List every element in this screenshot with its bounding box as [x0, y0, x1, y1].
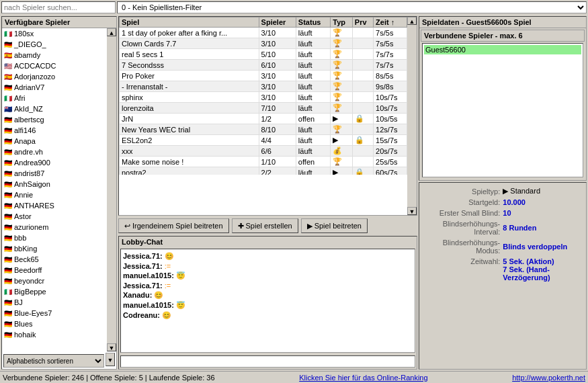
status-cell: offen — [296, 157, 330, 167]
spectate-button[interactable]: ▶ Spiel beitreten — [301, 218, 368, 233]
game-name-cell: - Irrenanstalt - — [120, 81, 259, 92]
zeitwahl-label: Zeitwahl: — [422, 256, 501, 283]
player-name: AkId_NZ — [14, 105, 43, 113]
table-row[interactable]: xxx6/6läuft💰20s/7s — [120, 146, 407, 157]
list-item[interactable]: 🇩🇪ANTHARES — [2, 200, 107, 211]
chat-input[interactable] — [120, 355, 415, 368]
info-row-interval: Blindserhöhungs- Interval: 8 Runden — [422, 218, 583, 237]
game-name-cell: xxx — [120, 146, 259, 157]
list-item[interactable]: 🇩🇪beyondcr — [2, 275, 107, 286]
table-row[interactable]: Pro Poker3/10läuft🏆8s/5s — [120, 71, 407, 81]
join-random-button[interactable]: ↩ Irgendeinem Spiel beitreten — [118, 218, 229, 233]
list-item[interactable]: 🇩🇪Beedorff — [2, 265, 107, 275]
player-name: hohaik — [14, 331, 36, 339]
type-cell: ▶ — [331, 135, 353, 146]
games-scroll[interactable]: Spiel Spieler Status Typ Prv Zeit ↑ — [119, 17, 407, 175]
col-status[interactable]: Status — [296, 17, 330, 28]
list-item[interactable]: 🇩🇪albertscg — [2, 114, 107, 125]
game-name-cell: Make some noise ! — [120, 157, 259, 167]
players-cell: 6/6 — [259, 146, 296, 157]
zeitwahl-value: 5 Sek. (Aktion)7 Sek. (Hand-Verzögerung) — [501, 256, 583, 283]
list-item[interactable]: 🇩🇪Blues — [2, 318, 107, 329]
flag-icon: 🇺🇸 — [4, 62, 12, 70]
chat-messages[interactable]: Jessica.71: 😊Jessica.71: :=manuel.a1015:… — [120, 249, 415, 353]
interval-label: Blindserhöhungs- Interval: — [422, 218, 501, 237]
col-zeit[interactable]: Zeit ↑ — [374, 17, 407, 28]
player-list[interactable]: 🇮🇹180sx🇩🇪_DIEGO_🇪🇸abamdy🇺🇸ACDCACDC🇪🇸Ador… — [2, 28, 107, 351]
search-input[interactable] — [1, 1, 116, 13]
list-item[interactable]: 🇩🇪_DIEGO_ — [2, 39, 107, 50]
list-item[interactable]: 🇩🇪alfi146 — [2, 125, 107, 136]
status-cell: läuft — [296, 81, 330, 92]
flag-icon: 🇩🇪 — [4, 181, 12, 188]
sort-arrow[interactable]: ▼ — [106, 353, 115, 366]
filter-select[interactable]: 0 - Kein Spiellisten-Filter — [117, 1, 587, 13]
table-row[interactable]: New Years WEC trial8/10läuft🏆12s/7s — [120, 124, 407, 135]
typ-value: ▶ Standard — [501, 185, 583, 197]
list-item[interactable]: 🇩🇪azurionem — [2, 222, 107, 232]
list-item[interactable]: 🇩🇪BJ — [2, 297, 107, 308]
player-name: Anapa — [14, 137, 36, 145]
list-item[interactable]: 🇩🇪Andrea900 — [2, 157, 107, 168]
sort-select[interactable]: Alphabetisch sortieren — [3, 354, 104, 368]
player-name: beyondcr — [14, 277, 44, 285]
list-item: Jessica.71: := — [123, 281, 413, 290]
list-item[interactable]: 🇩🇪Blue-Eyes7 — [2, 308, 107, 318]
table-row[interactable]: 1 st day of poker after a fking r...3/10… — [120, 28, 407, 38]
action-buttons: ↩ Irgendeinem Spiel beitreten ✚ Spiel er… — [118, 217, 417, 235]
col-typ[interactable]: Typ — [331, 17, 353, 28]
list-item[interactable]: 🇩🇪andre.vh — [2, 146, 107, 157]
player-name: BigBeppe — [14, 288, 46, 296]
status-cell: läuft — [296, 167, 330, 175]
table-row[interactable]: - Irrenanstalt -3/10läuft🏆9s/8s — [120, 81, 407, 92]
list-item[interactable]: 🇩🇪bbKing — [2, 243, 107, 254]
game-name-cell: Pro Poker — [120, 71, 259, 81]
col-spieler[interactable]: Spieler — [259, 17, 296, 28]
list-item[interactable]: 🇺🇸ACDCACDC — [2, 60, 107, 71]
list-item[interactable]: 🇩🇪andrist87 — [2, 168, 107, 179]
scroll-down-arrow[interactable]: ▼ — [107, 343, 116, 351]
table-row[interactable]: ESL2on24/4läuft▶🔒15s/7s — [120, 135, 407, 146]
game-name-cell: real 5 secs 1 — [120, 49, 259, 60]
flag-icon: 🇩🇪 — [4, 84, 12, 91]
list-item[interactable]: 🇩🇪AdrianV7 — [2, 82, 107, 93]
private-cell — [352, 146, 373, 157]
games-tbody: 1 st day of poker after a fking r...3/10… — [120, 28, 407, 175]
table-row[interactable]: real 5 secs 15/10läuft🏆7s/7s — [120, 49, 407, 60]
list-item[interactable]: 🇪🇸Adorjanzozo — [2, 71, 107, 82]
list-item[interactable]: 🇩🇪Astor — [2, 211, 107, 222]
list-item[interactable]: 🇳🇿AkId_NZ — [2, 103, 107, 114]
right-top: Spieldaten - Guest56600s Spiel Verbunden… — [419, 16, 587, 181]
status-cell: läuft — [296, 135, 330, 146]
games-scroll-down[interactable]: ▼ — [407, 207, 417, 215]
list-item[interactable]: 🇮🇹180sx — [2, 28, 107, 39]
table-row[interactable]: sphinx3/10läuft🏆10s/7s — [120, 92, 407, 103]
list-item[interactable]: 🇩🇪Anapa — [2, 136, 107, 146]
list-item[interactable]: 🇮🇹Afri — [2, 93, 107, 103]
list-item[interactable]: 🇩🇪bbb — [2, 232, 107, 243]
top-bar: 0 - Kein Spiellisten-Filter — [0, 0, 588, 15]
private-cell — [352, 49, 373, 60]
list-item[interactable]: 🇮🇹BigBeppe — [2, 286, 107, 297]
table-row[interactable]: nostra22/2läuft▶🔒60s/7s — [120, 167, 407, 175]
create-game-button[interactable]: ✚ Spiel erstellen — [232, 218, 298, 233]
list-item[interactable]: 🇩🇪Annie — [2, 189, 107, 200]
list-item[interactable]: 🇪🇸abamdy — [2, 50, 107, 60]
col-prv[interactable]: Prv — [352, 17, 373, 28]
scroll-up-arrow[interactable]: ▲ — [107, 28, 116, 36]
list-item[interactable]: 🇩🇪AnhSaigon — [2, 179, 107, 189]
table-row[interactable]: lorenzoita7/10läuft🏆10s/7s — [120, 103, 407, 114]
list-item[interactable]: 🇩🇪Beck65 — [2, 254, 107, 265]
table-row[interactable]: Clown Cards 7.73/10läuft🏆7s/5s — [120, 38, 407, 49]
website-link[interactable]: http://www.pokerth.net — [512, 374, 585, 382]
scroll-arrows: ▲ ▼ — [107, 28, 116, 351]
private-cell — [352, 60, 373, 71]
list-item[interactable]: 🇩🇪hohaik — [2, 329, 107, 340]
ranking-link[interactable]: Klicken Sie hier für das Online-Ranking — [299, 374, 427, 382]
type-cell: 🏆 — [331, 124, 353, 135]
table-row[interactable]: 7 Secondsss6/10läuft🏆7s/7s — [120, 60, 407, 71]
games-scroll-up[interactable]: ▲ — [407, 17, 417, 25]
table-row[interactable]: Make some noise !1/10offen🏆25s/5s — [120, 157, 407, 167]
col-spiel[interactable]: Spiel — [120, 17, 259, 28]
table-row[interactable]: JrN1/2offen▶🔒10s/5s — [120, 114, 407, 124]
